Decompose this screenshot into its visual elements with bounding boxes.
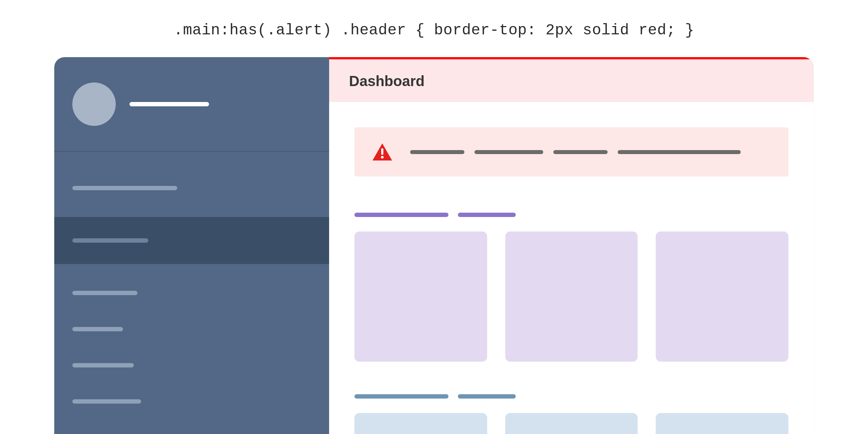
card[interactable]: [505, 231, 638, 362]
heading-placeholder: [354, 394, 448, 399]
section-heading: [354, 394, 788, 399]
heading-placeholder: [354, 213, 448, 217]
header: Dashboard: [329, 57, 814, 102]
profile-name-placeholder: [129, 102, 209, 106]
svg-point-1: [381, 156, 383, 158]
alert: [354, 127, 788, 176]
card[interactable]: [656, 231, 788, 362]
card[interactable]: [354, 413, 487, 434]
css-code-snippet: .main:has(.alert) .header { border-top: …: [0, 0, 868, 57]
section-heading: [354, 213, 788, 217]
sidebar-item[interactable]: [54, 347, 329, 383]
card[interactable]: [505, 413, 638, 434]
content: [329, 102, 814, 434]
sidebar-item-label: [72, 291, 137, 295]
heading-placeholder: [458, 394, 516, 399]
app-window: Dashboard: [54, 57, 814, 434]
card-row: [354, 231, 788, 362]
heading-placeholder: [458, 213, 516, 217]
sidebar-item[interactable]: [54, 383, 329, 420]
sidebar-profile: [54, 57, 329, 151]
avatar: [72, 82, 116, 126]
main: Dashboard: [329, 57, 814, 434]
card-row: [354, 413, 788, 434]
sidebar-item[interactable]: [54, 275, 329, 311]
sidebar-item-label: [72, 327, 123, 331]
svg-rect-0: [381, 148, 383, 155]
sidebar-item-label: [72, 186, 177, 190]
sidebar-item[interactable]: [54, 170, 329, 206]
sidebar-item-active[interactable]: [54, 217, 329, 264]
alert-message-placeholder: [410, 150, 741, 154]
sidebar-nav: [54, 152, 329, 420]
page-title: Dashboard: [349, 73, 794, 89]
sidebar-item-label: [72, 238, 148, 243]
card[interactable]: [354, 231, 487, 362]
sidebar-item-label: [72, 363, 134, 367]
card[interactable]: [656, 413, 788, 434]
sidebar-item[interactable]: [54, 311, 329, 347]
sidebar-item-label: [72, 399, 141, 404]
warning-icon: [373, 143, 392, 161]
sidebar: [54, 57, 329, 434]
